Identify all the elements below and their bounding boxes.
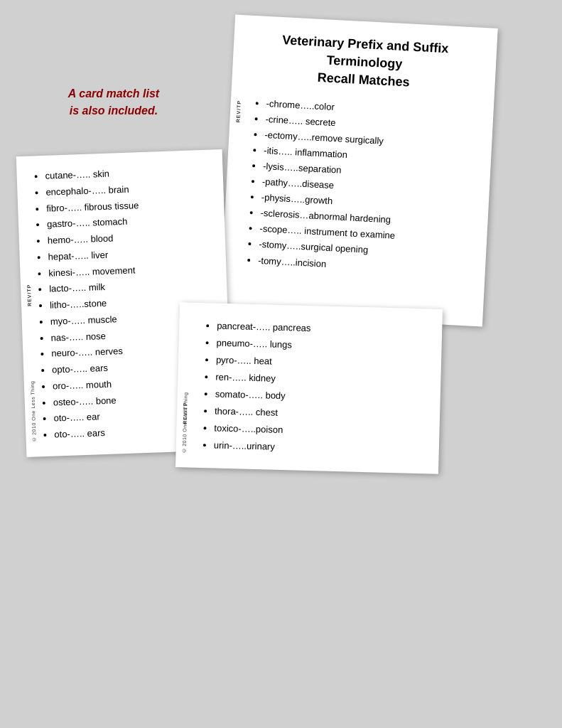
annotation-line1: A card match list [68,87,159,100]
card-title-list: -chrome…..color-crine….. secrete-ectomy…… [244,95,472,279]
revtp-label: REV/TP [235,100,242,123]
card-match-annotation: A card match list is also included. [43,85,185,119]
copyright-left: © 2010 One Less Thing [30,381,37,442]
card-title: Veterinary Prefix and Suffix Terminology… [220,15,497,327]
title-line2: Terminology [326,53,403,72]
revtp-label-left: REV/TP [26,284,32,307]
card-bottom-list: pancreat-….. pancreaspneumo-….. lungspyr… [201,317,421,459]
card-title-heading: Veterinary Prefix and Suffix Terminology… [253,30,476,95]
copyright-bottom: © 2010 One Less Thing [182,392,188,453]
title-line3: Recall Matches [317,70,410,90]
card-bottom: REV/TP © 2010 One Less Thing pancreat-….… [175,302,443,474]
title-line1: Veterinary Prefix and Suffix [282,33,449,55]
annotation-line2: is also included. [70,105,158,117]
